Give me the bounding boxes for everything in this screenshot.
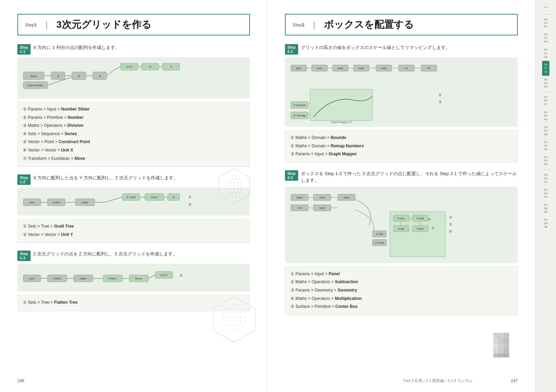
svg-text:④: ④ [428,218,431,221]
svg-text:② Sub: ② Sub [376,233,383,235]
svg-point-54 [241,186,242,187]
svg-rect-194 [499,338,504,343]
svg-rect-197 [499,343,504,349]
svg-text:input: input [296,67,301,70]
svg-text:②: ② [188,203,191,206]
sidebar-item-2-1-4[interactable]: 2.1.4 [542,61,549,76]
svg-rect-192 [504,333,509,338]
svg-point-59 [241,189,242,190]
sidebar-item-2-2-3[interactable]: 2.2.3 [544,123,548,138]
substep-2-1-header: Step2-1 グリッドの高さの値をボックスのスケール値としてリマッピングします… [285,44,518,55]
badge-1-3: Step1-3 [17,251,31,261]
svg-text:Slider: Slider [30,75,38,78]
svg-line-19 [107,70,114,76]
svg-text:node: node [317,67,322,70]
svg-text:Flatten: Flatten [108,277,117,280]
svg-point-103 [223,321,224,322]
svg-point-92 [228,312,229,313]
instr-item: ① Maths > Domain > Bounds [291,134,512,142]
instr-item: ③ Params > Input > Graph Mapper [291,150,512,158]
svg-point-65 [232,193,233,194]
instr-item: ③ Maths > Operators > Division [23,122,244,130]
substep-1-1: Step1-1 X 方向に 1 列分の点の配列を作成します。 Slider ② … [17,44,250,167]
sidebar-item-2-1-2[interactable]: 2.1.2 [544,31,548,46]
svg-text:Graph Mapper ③: Graph Mapper ③ [331,121,352,124]
step2-label: Step2 [293,22,304,27]
sidebar-item-2-2-4[interactable]: 2.2.4 [544,138,548,153]
svg-text:① Graft: ① Graft [126,196,136,199]
badge-1-2: Step1-2 [17,174,31,185]
svg-point-94 [236,312,237,313]
substep-2-2-desc: ボックスを Step 1-3 で作った 3 次元グリッドの点に配置し、それを S… [301,170,518,184]
instr-item: ② Maths > Domain > Remap Numbers [291,142,512,150]
hex-grid-1-3 [206,295,262,344]
sidebar-item-2-2-5[interactable]: 2.2.5 [544,153,548,168]
svg-point-122 [230,329,231,330]
svg-point-114 [226,325,227,326]
svg-point-63 [239,179,240,180]
svg-rect-145 [310,89,373,121]
page-num-left: 246 [17,378,24,383]
badge-2-2: Step2-2 [285,170,298,181]
sidebar-item-1[interactable]: 1 [544,3,548,11]
sidebar: 1 2.1.1 2.1.2 2.1.3 2.1.4 2.1.5 2.2.1 2.… [535,0,556,392]
instructions-1-2: ① Sets > Tree > Graft Tree ② Vector > Ve… [17,219,250,243]
svg-text:⑥: ⑥ [149,65,152,68]
svg-point-115 [230,325,231,326]
substep-1-3-header: Step1-3 2 次元グリッドの点を Z 方向に配列し、3 次元グリッドを作成… [17,251,250,261]
svg-text:③: ③ [449,215,452,219]
badge-2-1: Step2-1 [285,44,298,55]
svg-point-45 [227,182,228,183]
svg-text:node: node [381,67,386,70]
sidebar-item-2-3-4[interactable]: 2.3.4 [544,216,548,231]
sidebar-item-2-3-2[interactable]: 2.3.2 [544,186,548,201]
sidebar-item-2-3-1[interactable]: 2.3.1 [544,171,548,186]
sidebar-item-2-1-1[interactable]: 2.1.1 [544,16,548,31]
diagram-2-1: input node node node node Fa Pt [285,57,518,127]
svg-text:GN: GN [298,207,302,209]
svg-point-67 [239,193,240,194]
svg-point-95 [240,312,241,313]
diagram-2-2: Slider node node GN node [285,187,518,263]
diagram-1-1-svg: Slider ② ③ ④ ⑤ Pt ⑥ ⑦ Grid Number [22,62,246,93]
sidebar-item-2-3-3[interactable]: 2.3.3 [544,201,548,216]
svg-rect-201 [504,349,509,354]
svg-text:③ Geo: ③ Geo [397,217,404,220]
instr-item: ② Maths > Operators > Subtraction [291,278,512,286]
svg-rect-196 [493,343,499,349]
step2-header: Step2 ｜ ボックスを配置する [285,14,518,35]
svg-point-64 [229,193,230,194]
svg-point-53 [237,186,238,187]
svg-point-105 [232,321,233,322]
svg-point-60 [229,179,230,180]
instr-item: ① Params > Input > Number Slider [23,106,244,113]
svg-rect-203 [499,354,504,357]
svg-point-107 [240,321,241,322]
sidebar-item-2-1-5[interactable]: 2.1.5 [544,76,548,91]
svg-text:out ①: out ① [161,273,167,277]
sidebar-divider-2 [541,92,551,92]
svg-point-91 [223,312,224,313]
svg-text:① Bounds: ① Bounds [293,104,306,107]
svg-text:node: node [319,196,325,199]
instr-item: ② Vector > Vector > Unit Y [23,231,244,239]
svg-point-70 [232,196,233,197]
svg-text:⑤ Box: ⑤ Box [417,228,424,230]
sidebar-item-2-2-2[interactable]: 2.2.2 [544,108,548,123]
svg-text:④: ④ [99,75,101,78]
svg-text:node: node [358,67,364,70]
substep-2-2-header: Step2-2 ボックスを Step 1-3 で作った 3 次元グリッドの点に配… [285,170,518,184]
right-page: Step2 ｜ ボックスを配置する Step2-1 グリッドの高さの値をボックス… [268,0,535,392]
svg-text:Grid Number: Grid Number [27,84,43,87]
svg-point-113 [242,308,243,309]
svg-point-102 [244,317,245,318]
sidebar-item-2-1-3[interactable]: 2.1.3 [544,46,548,61]
svg-point-58 [237,189,238,190]
svg-line-151 [308,103,310,105]
diagram-2-2-svg: Slider node node GN node [289,191,514,264]
sidebar-item-2-2-1[interactable]: 2.2.1 [544,93,548,108]
instr-item: ⑥ Vector > Vector > Unit X [23,147,244,154]
svg-point-96 [244,312,245,313]
svg-text:②: ② [449,229,452,233]
left-page: Step1 ｜ 3次元グリッドを作る Step1-1 X 方向に 1 列分の点の… [0,0,268,392]
